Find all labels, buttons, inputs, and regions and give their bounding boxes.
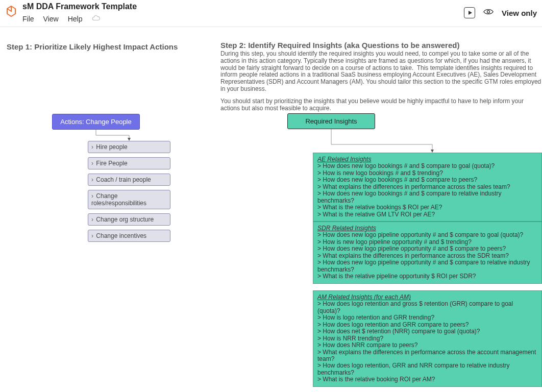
chevron-right-icon: › bbox=[91, 216, 93, 223]
action-item[interactable]: › Hire people bbox=[88, 141, 170, 153]
chevron-right-icon: › bbox=[91, 143, 93, 151]
play-icon bbox=[469, 11, 472, 15]
step1-title: Step 1: Prioritize Likely Highest Impact… bbox=[7, 42, 178, 51]
insight-line: > How does new logo bookings # and $ com… bbox=[317, 190, 537, 204]
insight-line: > What is the relative bookings $ ROI pe… bbox=[317, 204, 537, 211]
step2-body: During this step, you should identify th… bbox=[220, 51, 542, 117]
insight-block-sdr[interactable]: SDR Related Insights> How does new logo … bbox=[313, 222, 542, 284]
menu-bar: File View Help bbox=[22, 14, 137, 23]
diagram-canvas[interactable]: Step 1: Prioritize Likely Highest Impact… bbox=[0, 27, 542, 392]
action-item[interactable]: › Coach / train people bbox=[88, 174, 170, 186]
action-item-label: Change org structure bbox=[94, 216, 154, 223]
view-only-label: View only bbox=[502, 9, 537, 17]
insight-line: > How does new logo bookings # and $ com… bbox=[317, 177, 537, 183]
insight-block-title: SDR Related Insights bbox=[317, 225, 376, 232]
step2-title: Step 2: Identify Required Insights (aka … bbox=[220, 41, 459, 50]
insight-line: > How does logo retention and GRR compar… bbox=[317, 322, 537, 328]
insight-line: > How does logo retention and gross $ re… bbox=[317, 301, 537, 314]
insight-line: > How is new logo pipeline opportunity #… bbox=[317, 239, 537, 246]
eye-icon bbox=[483, 8, 494, 17]
insight-block-title: AE Related Insights bbox=[317, 156, 371, 163]
insight-line: > How does new logo pipeline opportunity… bbox=[317, 246, 537, 252]
document-title[interactable]: sM DDA Framework Template bbox=[22, 2, 137, 11]
action-item[interactable]: › Change roles/responsibilities bbox=[88, 190, 170, 209]
action-item-label: Hire people bbox=[94, 143, 128, 151]
action-list: › Hire people› Fire People› Coach / trai… bbox=[88, 141, 170, 246]
insight-line: > How does new logo pipeline opportunity… bbox=[317, 232, 537, 238]
insight-line: > How does logo retention, GRR and NRR c… bbox=[317, 362, 537, 376]
insight-line: > What is the relative GM LTV ROI per AE… bbox=[317, 211, 537, 218]
insight-line: > How does new logo pipeline opportunity… bbox=[317, 259, 537, 273]
action-item[interactable]: › Change incentives bbox=[88, 230, 170, 242]
insight-line: > What explains the differences in perfo… bbox=[317, 349, 537, 363]
action-item[interactable]: › Change org structure bbox=[88, 213, 170, 226]
required-insights-box[interactable]: Required Insights bbox=[287, 113, 375, 129]
insight-line: > What is the relative pipeline opportun… bbox=[317, 273, 537, 280]
insight-line: > How does NRR compare to peers? bbox=[317, 342, 537, 349]
chevron-right-icon: › bbox=[91, 176, 93, 183]
chevron-right-icon: › bbox=[91, 192, 93, 200]
topbar: sM DDA Framework Template File View Help… bbox=[0, 0, 542, 27]
svg-point-0 bbox=[487, 11, 490, 13]
insight-line: > How is logo retention and GRR trending… bbox=[317, 314, 537, 321]
insight-block-ae[interactable]: AE Related Insights> How does new logo b… bbox=[313, 153, 542, 222]
menu-file[interactable]: File bbox=[22, 15, 34, 23]
insight-line: > How does net $ retention (NRR) compare… bbox=[317, 328, 537, 335]
menu-view[interactable]: View bbox=[43, 15, 59, 23]
step2-para1: During this step, you should identify th… bbox=[220, 51, 542, 93]
insight-line: > What explains the differences in perfo… bbox=[317, 253, 537, 259]
cloud-sync-icon bbox=[91, 14, 101, 23]
menu-help[interactable]: Help bbox=[68, 15, 83, 23]
chevron-right-icon: › bbox=[91, 232, 93, 239]
insight-block-am[interactable]: AM Related Insights (for each AM)> How d… bbox=[313, 290, 542, 387]
insight-line: > What explains the differences in perfo… bbox=[317, 184, 537, 190]
actions-box[interactable]: Actions: Change People bbox=[52, 114, 140, 130]
insight-line: > How is new logo bookings # and $ trend… bbox=[317, 170, 537, 177]
action-item-label: Change incentives bbox=[94, 232, 146, 239]
action-item-label: Change roles/responsibilities bbox=[91, 192, 146, 207]
action-item[interactable]: › Fire People bbox=[88, 157, 170, 169]
insight-line: > How is NRR trending? bbox=[317, 335, 537, 342]
action-item-label: Coach / train people bbox=[94, 176, 151, 183]
step2-para2: You should start by prioritizing the ins… bbox=[220, 98, 542, 112]
present-button[interactable] bbox=[464, 7, 475, 18]
chevron-right-icon: › bbox=[91, 160, 93, 167]
insight-line: > What is the relative booking ROI per A… bbox=[317, 376, 537, 383]
insight-block-title: AM Related Insights (for each AM) bbox=[317, 293, 411, 301]
app-logo-icon bbox=[5, 5, 17, 17]
insight-line: > How does new logo bookings # and $ com… bbox=[317, 163, 537, 169]
action-item-label: Fire People bbox=[94, 160, 128, 167]
